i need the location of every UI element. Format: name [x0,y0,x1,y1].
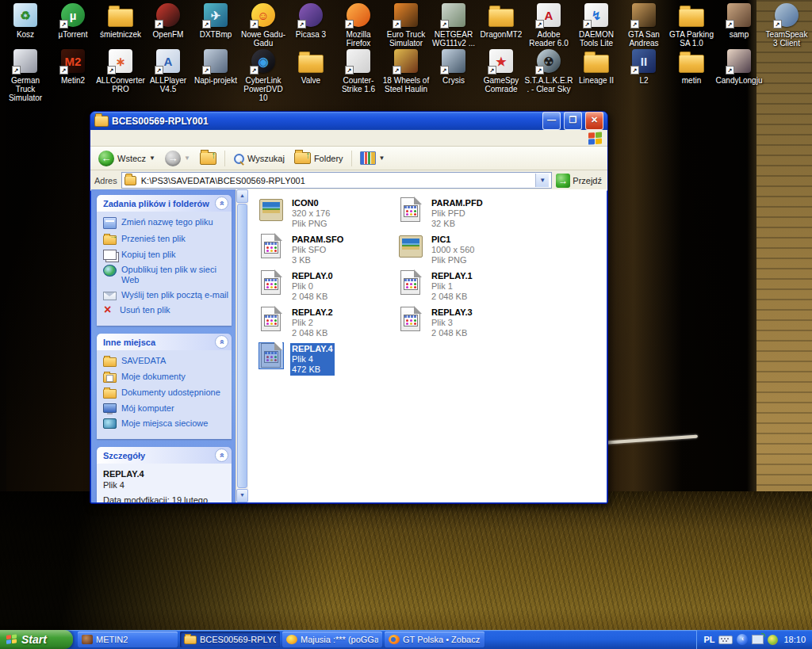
start-button[interactable]: Start [0,630,73,649]
desktop-icon-label: German Truck Simulator [2,76,49,102]
network-icon[interactable] [752,635,764,644]
app-icon: ∗ [109,49,132,73]
menu-item[interactable] [94,136,106,139]
desktop-icon[interactable]: Counter-Strike 1.6 [335,48,382,102]
desktop-icon[interactable]: metin [668,48,715,102]
task-link[interactable]: Przenieś ten plik [103,234,228,245]
details-header[interactable]: Szczegóły » [97,447,232,464]
desktop-icon[interactable]: ◉ CyberLink PowerDVD 10 [239,48,287,102]
taskbar-button[interactable]: BCES00569-RPLY001 [180,632,280,647]
desktop-icon[interactable]: Lineage II [573,48,620,102]
desktop-icon[interactable]: Crysis [430,48,477,102]
collapse-chevron-icon[interactable]: » [215,449,228,462]
place-link[interactable]: Moje miejsca sieciowe [103,418,228,429]
file-tile[interactable]: REPLAY.0 Plik 0 2 048 KB [259,269,398,306]
scroll-down-button[interactable]: ▼ [236,489,248,502]
file-tile[interactable]: REPLAY.2 Plik 2 2 048 KB [259,306,398,342]
desktop-icon[interactable]: Napi-projekt [192,48,239,102]
desktop-icon[interactable]: DragonMT2 [477,2,525,48]
desktop-icon[interactable]: NETGEAR WG111v2 ... [430,2,477,48]
file-tile[interactable]: REPLAY.3 Plik 3 2 048 KB [398,306,538,342]
gadu-gadu-tray-icon[interactable] [768,635,778,645]
desktop-icon[interactable]: GTA San Andreas [620,2,668,48]
maximize-button[interactable]: ❐ [564,112,582,130]
hide-icons-button[interactable]: ‹ [737,634,748,645]
task-link[interactable]: Usuń ten plik [103,305,228,315]
desktop-icon[interactable]: Mozilla Firefox [335,2,382,48]
up-button[interactable] [197,151,220,166]
menu-item[interactable] [119,136,132,139]
title-bar[interactable]: BCES00569-RPLY001 — ❐ ✕ [90,112,607,130]
address-field[interactable]: ▼ [121,172,553,189]
place-link[interactable]: Moje dokumenty [103,372,228,383]
taskbar-button[interactable]: Majusia :*** (poGGa... [282,632,382,647]
desktop-icon[interactable]: M2 Metin2 [49,48,97,102]
place-link[interactable]: Mój komputer [103,403,228,414]
keyboard-icon[interactable] [718,636,733,644]
task-link[interactable]: Wyślij ten plik pocztą e-mail [103,290,228,300]
sidebar-scrollbar[interactable]: ▲ ▼ [236,189,248,502]
place-link[interactable]: SAVEDATA [103,356,228,367]
task-link[interactable]: Opublikuj ten plik w sieci Web [103,265,228,285]
address-dropdown-button[interactable]: ▼ [535,174,549,187]
taskbar-button[interactable]: METIN2 [78,632,178,647]
desktop-icon[interactable]: German Truck Simulator [2,48,49,102]
folders-button[interactable]: Foldery [291,151,347,166]
collapse-chevron-icon[interactable]: » [215,335,228,349]
desktop-icon[interactable]: ∗ ALLConverter PRO [97,48,144,102]
menu-item[interactable] [132,136,144,139]
go-button[interactable]: → Przejdź [556,174,603,188]
menu-item[interactable] [144,136,157,139]
desktop-icon[interactable]: II L2 [620,48,668,102]
desktop-icon[interactable]: TeamSpeak 3 Client [763,2,810,48]
desktop-icon[interactable]: µ µTorrent [49,2,97,48]
minimize-button[interactable]: — [542,112,561,130]
file-tile[interactable]: ICON0 320 x 176 Plik PNG [259,197,398,233]
menu-item[interactable] [157,136,170,139]
menu-item[interactable] [106,136,119,139]
desktop-icon[interactable]: ✈ DXTBmp [192,2,239,48]
desktop-icon[interactable]: A ALLPlayer V4.5 [144,48,192,102]
address-input[interactable] [140,175,533,186]
forward-button[interactable]: → ▼ [162,149,193,168]
back-dropdown-icon[interactable]: ▼ [149,155,155,162]
scroll-up-button[interactable]: ▲ [236,189,248,203]
desktop-icon[interactable]: Picasa 3 [287,2,335,48]
app-icon [156,3,180,27]
file-tile[interactable]: PARAM.PFD Plik PFD 32 KB [398,197,538,233]
collapse-chevron-icon[interactable]: » [215,197,228,210]
taskbar-button[interactable]: GT Polska • Zobacz w... [385,632,485,647]
desktop-icon[interactable]: OpenFM [144,2,192,48]
desktop-icon[interactable]: Euro Truck Simulator [382,2,430,48]
task-link[interactable]: Kopiuj ten plik [103,250,228,260]
scroll-thumb[interactable] [237,204,247,488]
desktop-icon[interactable]: ↯ DAEMON Tools Lite [573,2,620,48]
file-tile[interactable]: PARAM.SFO Plik SFO 3 KB [259,233,398,269]
other-places-header[interactable]: Inne miejsca » [97,334,232,350]
file-tile[interactable]: REPLAY.1 Plik 1 2 048 KB [398,269,538,306]
app-icon-glyph: µ [70,10,77,21]
task-link[interactable]: Zmień nazwę tego pliku [103,217,228,229]
desktop-icon[interactable]: śmietniczek [97,2,144,48]
desktop-icon[interactable]: ☺ Nowe Gadu-Gadu [239,2,287,48]
file-tile[interactable]: REPLAY.4 Plik 4 472 KB [259,342,398,379]
desktop-icon[interactable]: samp [715,2,763,48]
desktop-icon[interactable]: ★ GameSpy Comrade [477,48,525,102]
language-indicator[interactable]: PL [703,635,714,644]
desktop-icon[interactable]: ☢ S.T.A.L.K.E.R. - Clear Sky [525,48,573,102]
desktop-icon[interactable]: CandyLongju [715,48,763,102]
views-button[interactable]: ▼ [357,150,389,166]
desktop-icon[interactable]: A Adobe Reader 6.0 [525,2,573,48]
close-button[interactable]: ✕ [585,112,603,130]
desktop-icon[interactable]: 18 Wheels of Steel Haulin [382,48,430,102]
desktop-icon[interactable]: Valve [287,48,335,102]
desktop-icon[interactable]: GTA Parking SA 1.0 [668,2,715,48]
toolbar: ← Wstecz ▼ → ▼ Wyszukaj Foldery ▼ [90,147,607,170]
search-button[interactable]: Wyszukaj [230,151,288,166]
desktop-icon[interactable]: ♻ Kosz [2,2,49,48]
file-name: REPLAY.1 [431,271,473,281]
file-tasks-header[interactable]: Zadania plików i folderów » [97,195,232,212]
back-button[interactable]: ← Wstecz ▼ [95,149,159,168]
place-link[interactable]: Dokumenty udostępnione [103,387,228,399]
file-tile[interactable]: PIC1 1000 x 560 Plik PNG [398,233,538,269]
